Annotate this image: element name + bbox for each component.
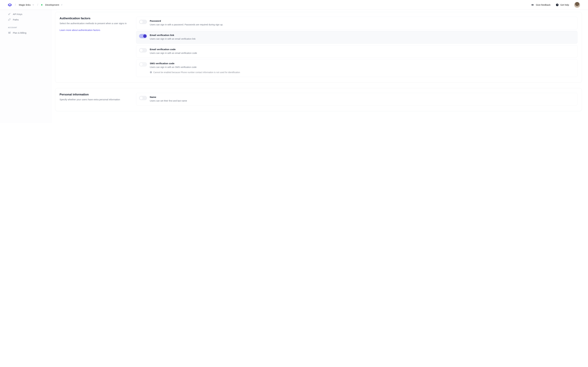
option-title: Email verification link (150, 34, 575, 37)
option-email-code: Email verification code Users can sign i… (136, 45, 578, 58)
app-logo[interactable] (8, 3, 12, 7)
option-description: Users can sign in with an email verifica… (150, 37, 575, 41)
toggle-email-code[interactable] (139, 48, 147, 52)
sidebar-item-api-keys[interactable]: API Keys (7, 11, 48, 17)
breadcrumb-app-label: Magic links (19, 3, 31, 6)
status-dot-icon (41, 4, 43, 6)
toggle-name[interactable] (139, 96, 147, 100)
option-warning-text: Cannot be enabled because Phone number c… (153, 71, 240, 74)
key-icon (8, 13, 11, 16)
option-title: Name (150, 96, 575, 99)
option-name: Name Users can set their first and last … (136, 93, 578, 106)
billing-icon (8, 31, 11, 34)
option-password: Password Users can sign in with a passwo… (136, 17, 578, 29)
svg-rect-3 (9, 32, 9, 33)
card-title: Authentication factors (60, 17, 127, 20)
sidebar-item-label: Plan & Billing (13, 32, 26, 34)
avatar[interactable] (574, 2, 580, 8)
option-description: Users can sign in with a password. Passw… (150, 23, 575, 26)
breadcrumb-separator: / (37, 3, 38, 6)
topbar-actions: Give feedback ? Get help (531, 2, 580, 8)
option-title: SMS verification code (150, 62, 575, 65)
breadcrumb-separator: / (15, 3, 16, 6)
sidebar-item-paths[interactable]: Paths (7, 17, 48, 22)
toggle-email-link[interactable] (139, 34, 147, 38)
breadcrumb-env-label: Development (45, 3, 59, 6)
logo-icon (8, 3, 12, 7)
option-description: Users can sign in with an email verifica… (150, 51, 575, 55)
option-warning: ! Cannot be enabled because Phone number… (150, 71, 575, 74)
personal-info-card: Personal information Specify whether you… (55, 88, 582, 111)
breadcrumb: / Magic links / Development (8, 3, 63, 7)
svg-rect-4 (9, 33, 10, 33)
learn-more-link[interactable]: Learn more about authentication factors (60, 29, 100, 31)
chevron-down-icon (61, 4, 63, 6)
breadcrumb-app[interactable]: Magic links (19, 3, 34, 6)
sidebar-item-label: Paths (13, 18, 19, 21)
topbar: / Magic links / Development Give feedbac… (0, 0, 588, 10)
sidebar-section-label: ACCOUNT (7, 22, 48, 30)
option-title: Password (150, 20, 575, 22)
megaphone-icon (531, 3, 534, 6)
chevron-down-icon (32, 4, 34, 6)
sidebar-item-plan-billing[interactable]: Plan & Billing (7, 30, 48, 35)
option-title: Email verification code (150, 48, 575, 51)
get-help-button[interactable]: ? Get help (556, 3, 569, 6)
sidebar-item-label: API Keys (13, 13, 22, 16)
question-circle-icon: ? (556, 3, 559, 6)
card-description: Specify whether your users have extra pe… (60, 98, 127, 101)
svg-rect-5 (10, 32, 10, 33)
toggle-sms-code (139, 62, 147, 67)
give-feedback-label: Give feedback (536, 3, 551, 6)
card-description: Select the authentication methods to pre… (60, 22, 127, 25)
svg-point-2 (9, 14, 9, 15)
get-help-label: Get help (560, 3, 569, 6)
main-content: Authentication factors Select the authen… (52, 10, 588, 123)
auth-factors-card: Authentication factors Select the authen… (55, 12, 582, 83)
link-icon (8, 18, 11, 21)
card-title: Personal information (60, 93, 127, 96)
toggle-password[interactable] (139, 20, 147, 24)
give-feedback-button[interactable]: Give feedback (531, 3, 551, 6)
option-description: Users can set their first and last name (150, 99, 575, 103)
option-email-link: Email verification link Users can sign i… (136, 31, 578, 44)
warning-icon: ! (150, 71, 152, 73)
breadcrumb-env[interactable]: Development (41, 3, 63, 6)
option-description: Users can sign in with an SMS verificati… (150, 66, 575, 69)
sidebar: API Keys Paths ACCOUNT Plan & Billing (0, 10, 52, 123)
option-sms-code: SMS verification code Users can sign in … (136, 59, 578, 77)
svg-text:?: ? (557, 4, 558, 6)
svg-text:!: ! (151, 71, 151, 73)
